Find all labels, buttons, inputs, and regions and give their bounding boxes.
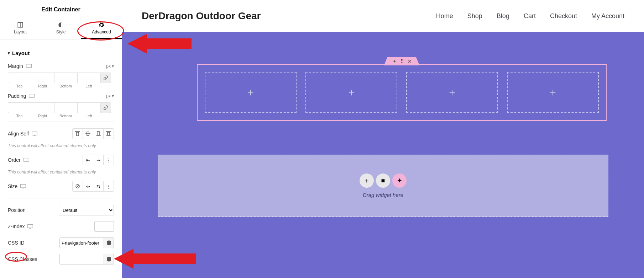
align-center-button[interactable]: [83, 128, 93, 139]
zindex-input[interactable]: [94, 221, 114, 232]
order-start-button[interactable]: ⇤: [83, 155, 93, 165]
plus-icon: ＋: [447, 86, 457, 99]
tab-advanced[interactable]: Advanced: [81, 18, 122, 39]
align-end-button[interactable]: [93, 128, 104, 139]
responsive-icon[interactable]: [32, 132, 37, 136]
margin-bottom-input[interactable]: [54, 73, 77, 83]
link-icon: [103, 105, 108, 110]
link-values-button[interactable]: [100, 102, 111, 113]
widget-dropzone[interactable]: ＋ ■ ✦ Drag widget here: [158, 155, 608, 217]
align-self-label: Align Self: [8, 131, 29, 137]
order-end-button[interactable]: ⇥: [93, 155, 104, 165]
css-classes-input[interactable]: [59, 254, 104, 264]
responsive-icon[interactable]: [23, 158, 29, 162]
css-id-input[interactable]: [59, 237, 104, 248]
css-classes-label: CSS Classes: [8, 256, 37, 262]
svg-rect-3: [26, 64, 31, 68]
margin-top-input[interactable]: [8, 73, 31, 83]
tab-style[interactable]: Style: [41, 18, 81, 39]
size-shrink-button[interactable]: ⇆: [93, 181, 104, 192]
container-toolbar: ＋ ⠿ ✕: [384, 57, 420, 65]
section-layout-header[interactable]: Layout: [0, 39, 122, 60]
size-label: Size: [8, 183, 17, 189]
responsive-icon[interactable]: [26, 64, 32, 68]
margin-inputs: [8, 73, 114, 83]
link-values-button[interactable]: [100, 73, 111, 83]
margin-unit[interactable]: px▾: [106, 64, 114, 69]
responsive-icon[interactable]: [29, 94, 35, 98]
order-options: ⇤ ⇥ ⋮: [83, 155, 114, 165]
drag-handle-icon[interactable]: ⠿: [400, 59, 404, 64]
margin-label: Margin: [8, 63, 23, 69]
order-more-button[interactable]: ⋮: [103, 155, 114, 165]
dynamic-button[interactable]: [104, 237, 114, 248]
gear-icon: [98, 22, 105, 28]
site-nav: Home Shop Blog Cart Checkout My Account: [436, 12, 624, 20]
site-brand: DerDragon Outdoor Gear: [142, 10, 261, 22]
padding-right-input[interactable]: [31, 102, 54, 113]
align-start-button[interactable]: [72, 128, 83, 139]
zindex-label: Z-Index: [8, 224, 25, 229]
panel-tabs: Layout Style Advanced: [0, 18, 122, 39]
selected-container[interactable]: ＋ ⠿ ✕ ＋ ＋ ＋ ＋: [197, 64, 607, 121]
svg-line-23: [76, 185, 79, 188]
panel-title: Edit Container: [0, 0, 122, 18]
padding-bottom-input[interactable]: [54, 102, 77, 113]
nav-cart[interactable]: Cart: [524, 12, 536, 20]
position-select[interactable]: Default: [59, 205, 114, 215]
align-stretch-button[interactable]: [103, 128, 114, 139]
size-none-button[interactable]: [72, 181, 83, 192]
dropzone-text: Drag widget here: [363, 192, 403, 198]
add-icon[interactable]: ＋: [392, 58, 397, 64]
tab-layout[interactable]: Layout: [0, 18, 41, 39]
size-grow-button[interactable]: ⇔: [83, 181, 93, 192]
svg-rect-17: [108, 132, 110, 135]
close-icon[interactable]: ✕: [408, 59, 412, 64]
position-label: Position: [8, 207, 26, 213]
sparkle-icon: ✦: [397, 177, 402, 185]
container-column[interactable]: ＋: [205, 72, 297, 113]
site-header: DerDragon Outdoor Gear Home Shop Blog Ca…: [122, 0, 644, 32]
dynamic-button[interactable]: [104, 254, 114, 264]
container-column[interactable]: ＋: [305, 72, 397, 113]
nav-home[interactable]: Home: [436, 12, 453, 20]
container-column[interactable]: ＋: [507, 72, 599, 113]
nav-checkout[interactable]: Checkout: [550, 12, 577, 20]
nav-blog[interactable]: Blog: [497, 12, 509, 20]
responsive-icon[interactable]: [20, 184, 26, 188]
add-section-button[interactable]: ＋: [360, 173, 374, 188]
responsive-icon[interactable]: [27, 224, 33, 229]
editor-canvas: DerDragon Outdoor Gear Home Shop Blog Ca…: [122, 0, 644, 278]
margin-right-input[interactable]: [31, 73, 54, 83]
nav-account[interactable]: My Account: [591, 12, 624, 20]
align-self-options: [72, 128, 114, 139]
svg-rect-20: [21, 185, 26, 188]
padding-label: Padding: [8, 93, 26, 99]
padding-top-input[interactable]: [8, 102, 31, 113]
margin-left-input[interactable]: [77, 73, 100, 83]
size-more-button[interactable]: ⋮: [103, 181, 114, 192]
svg-rect-7: [32, 132, 37, 135]
database-icon: [107, 240, 111, 245]
nav-shop[interactable]: Shop: [467, 12, 482, 20]
ai-button[interactable]: ✦: [392, 173, 407, 188]
svg-rect-14: [97, 132, 99, 135]
svg-rect-10: [77, 132, 79, 136]
link-icon: [103, 75, 108, 80]
plus-icon: ＋: [346, 86, 356, 99]
padding-inputs: [8, 102, 114, 113]
editor-sidebar: Edit Container Layout Style Advanced Lay…: [0, 0, 122, 278]
padding-unit[interactable]: px▾: [106, 93, 114, 98]
plus-icon: ＋: [363, 176, 370, 185]
plus-icon: ＋: [548, 86, 558, 99]
padding-left-input[interactable]: [77, 102, 100, 113]
style-icon: [58, 22, 64, 28]
folder-icon: ■: [381, 177, 385, 185]
container-column[interactable]: ＋: [406, 72, 498, 113]
svg-rect-18: [23, 158, 29, 161]
plus-icon: ＋: [246, 86, 256, 99]
template-library-button[interactable]: ■: [376, 173, 390, 188]
css-id-label: CSS ID: [8, 240, 25, 246]
database-icon: [107, 257, 111, 262]
size-options: ⇔ ⇆ ⋮: [72, 181, 114, 192]
